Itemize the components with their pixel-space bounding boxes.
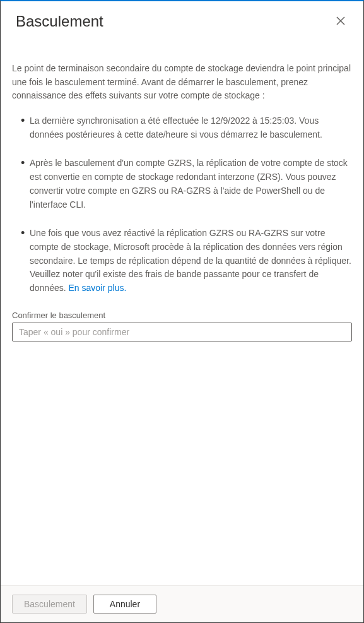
list-item: Après le basculement d'un compte GZRS, l…: [21, 157, 352, 211]
cancel-button[interactable]: Annuler: [93, 595, 156, 614]
effects-list: La dernière synchronisation a été effect…: [12, 114, 352, 295]
confirm-input[interactable]: [12, 323, 352, 341]
failover-button[interactable]: Basculement: [12, 595, 87, 614]
panel-header: Basculement: [1, 1, 363, 37]
list-item-text: La dernière synchronisation a été effect…: [30, 116, 322, 139]
list-item-text: Après le basculement d'un compte GZRS, l…: [30, 158, 348, 209]
close-button[interactable]: [333, 13, 348, 30]
list-item: La dernière synchronisation a été effect…: [21, 114, 352, 141]
list-item: Une fois que vous avez réactivé la répli…: [21, 227, 352, 295]
panel-footer: Basculement Annuler: [1, 585, 363, 622]
confirm-label: Confirmer le basculement: [12, 311, 352, 320]
failover-panel: Basculement Le point de terminaison seco…: [1, 1, 363, 622]
learn-more-link[interactable]: En savoir plus.: [69, 283, 127, 293]
intro-paragraph: Le point de terminaison secondaire du co…: [12, 62, 352, 103]
panel-title: Basculement: [16, 13, 103, 30]
close-icon: [336, 16, 346, 26]
panel-content: Le point de terminaison secondaire du co…: [1, 37, 363, 585]
